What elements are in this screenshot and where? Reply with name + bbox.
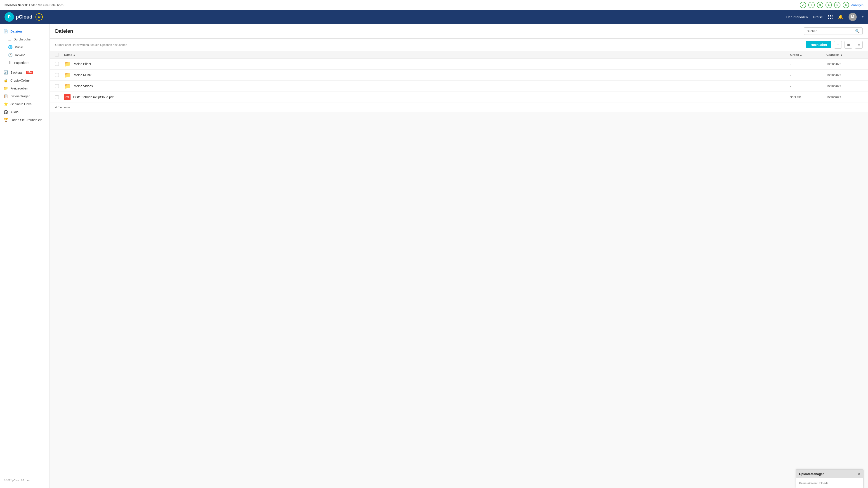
search-input[interactable]	[807, 29, 853, 33]
prices-link[interactable]: Preise	[813, 15, 823, 19]
eu-badge: EU	[35, 13, 43, 21]
table-row[interactable]: PDF Erste Schritte mit pCloud.pdf 33.3 M…	[50, 92, 868, 103]
col-header-name[interactable]: Name ▲	[64, 53, 790, 57]
sidebar-item-gepinnte[interactable]: ⭐ Gepinnte Links	[0, 100, 50, 108]
file-size-1: -	[790, 73, 827, 77]
sidebar-label-dateien: Dateien	[10, 30, 22, 33]
file-date-2: 10/28/2022	[827, 85, 863, 88]
col-header-size[interactable]: Größe ▲	[790, 53, 827, 57]
col-changed-label: Geändert	[827, 53, 839, 57]
table-row[interactable]: 📁 Meine Musik - 10/28/2022	[50, 70, 868, 80]
papierkorb-icon: 🗑	[8, 61, 12, 65]
sidebar-label-freunde: Laden Sie Freunde ein	[10, 118, 42, 122]
backups-icon: 🔄	[4, 70, 8, 74]
sidebar-item-public[interactable]: 🌐 Public	[0, 43, 50, 51]
file-date-1: 10/28/2022	[827, 73, 863, 77]
upload-manager-header: Upload-Manager − ×	[796, 470, 863, 478]
items-count: 4 Elemente	[50, 103, 868, 111]
file-size-2: -	[790, 85, 827, 88]
navbar-right: Herunterladen Preise 🔔 M ▾	[786, 13, 864, 21]
sidebar-item-dateien[interactable]: 📄 Dateien	[0, 27, 50, 35]
sidebar-footer: © 2022 pCloud AG •••	[0, 476, 50, 484]
dateien-icon: 📄	[4, 29, 8, 33]
file-date-0: 10/28/2022	[827, 62, 863, 66]
step-3[interactable]: 3	[817, 2, 823, 8]
step-6[interactable]: 6	[843, 2, 849, 8]
sidebar-item-freigegeben[interactable]: 📁 Freigegeben	[0, 84, 50, 92]
select-all-checkbox[interactable]	[55, 53, 64, 57]
sidebar-item-rewind[interactable]: 🕐 Rewind	[0, 51, 50, 59]
gepinnte-icon: ⭐	[4, 102, 8, 106]
main-layout: 📄 Dateien ☰ Durchsuchen 🌐 Public 🕐 Rewin…	[0, 24, 868, 488]
sidebar-item-backups[interactable]: 🔄 Backups NEW	[0, 68, 50, 76]
navbar: P pCloud EU Herunterladen Preise 🔔 M ▾	[0, 10, 868, 24]
step-1[interactable]	[800, 2, 806, 8]
download-link[interactable]: Herunterladen	[786, 15, 808, 19]
anzeigen-link[interactable]: Anzeigen	[851, 3, 864, 7]
footer-dots[interactable]: •••	[27, 479, 30, 482]
sidebar-label-backups: Backups	[10, 71, 23, 74]
file-name-cell-1: 📁 Meine Musik	[64, 72, 790, 78]
sidebar: 📄 Dateien ☰ Durchsuchen 🌐 Public 🕐 Rewin…	[0, 24, 50, 488]
upload-manager-minimize[interactable]: −	[854, 472, 856, 476]
table-row[interactable]: 📁 Meine Bilder - 10/28/2022	[50, 59, 868, 70]
step-4[interactable]: 4	[826, 2, 832, 8]
sidebar-item-freunde[interactable]: 🏆 Laden Sie Freunde ein	[0, 116, 50, 124]
sort-button[interactable]: ≡	[855, 41, 863, 48]
header-checkbox[interactable]	[55, 53, 59, 57]
row-checkbox-3[interactable]	[55, 95, 59, 99]
row-checkbox-2[interactable]	[55, 84, 59, 88]
sidebar-item-audio[interactable]: 🎧 Audio	[0, 108, 50, 116]
rewind-icon: 🕐	[8, 53, 13, 57]
step-2[interactable]: 2	[808, 2, 815, 8]
avatar[interactable]: M	[848, 13, 857, 21]
file-name-1: Meine Musik	[74, 73, 92, 77]
sidebar-label-crypto: Crypto-Ordner	[10, 78, 31, 82]
sidebar-label-durchsuchen: Durchsuchen	[13, 37, 32, 41]
next-step-label: Nächster Schritt:	[4, 3, 28, 7]
public-icon: 🌐	[8, 45, 13, 49]
col-name-arrow: ▲	[73, 54, 75, 56]
sidebar-label-freigegeben: Freigegeben	[10, 87, 28, 90]
logo-area[interactable]: P pCloud EU	[4, 12, 786, 22]
sidebar-label-audio: Audio	[10, 110, 19, 114]
sidebar-item-papierkorb[interactable]: 🗑 Papierkorb	[0, 59, 50, 67]
logo-text: pCloud	[16, 14, 32, 20]
upload-manager-title: Upload-Manager	[799, 472, 824, 476]
upload-manager-close[interactable]: ×	[858, 472, 860, 476]
file-name-2: Meine Videos	[74, 84, 93, 88]
upload-button[interactable]: Hochladen	[806, 41, 831, 48]
content-header: Dateien 🔍	[50, 24, 868, 39]
col-name-label: Name	[64, 53, 72, 57]
folder-icon-0: 📁	[64, 61, 71, 67]
file-size-3: 33.3 MB	[790, 96, 827, 99]
sidebar-item-dateianfragen[interactable]: 📋 Dateianfragen	[0, 92, 50, 100]
table-header: Name ▲ Größe ▲ Geändert ▲	[50, 51, 868, 59]
freigegeben-icon: 📁	[4, 86, 8, 90]
sidebar-label-dateianfragen: Dateianfragen	[10, 94, 30, 98]
sidebar-item-crypto[interactable]: 🔒 Crypto-Ordner	[0, 76, 50, 84]
table-row[interactable]: 📁 Meine Videos - 10/28/2022	[50, 80, 868, 92]
logo-icon[interactable]: P	[4, 12, 14, 22]
new-folder-button[interactable]: ＋	[834, 41, 842, 48]
avatar-dropdown-icon[interactable]: ▾	[862, 15, 864, 19]
sidebar-item-durchsuchen[interactable]: ☰ Durchsuchen	[0, 35, 50, 43]
upload-manager-body: Keine aktiven Uploads.	[796, 478, 863, 488]
content-area: Dateien 🔍 Ordner oder Datei wählen, um d…	[50, 24, 868, 488]
step-5[interactable]: 5	[834, 2, 840, 8]
apps-grid-icon[interactable]	[828, 15, 833, 19]
file-date-3: 10/28/2022	[827, 96, 863, 99]
sidebar-label-rewind: Rewind	[15, 53, 26, 57]
durchsuchen-icon: ☰	[8, 37, 11, 41]
row-checkbox-1[interactable]	[55, 73, 59, 77]
col-header-changed[interactable]: Geändert ▲	[827, 53, 863, 57]
sidebar-label-gepinnte: Gepinnte Links	[10, 102, 31, 106]
pdf-icon: PDF	[64, 94, 70, 100]
audio-icon: 🎧	[4, 110, 8, 114]
col-size-arrow: ▲	[800, 54, 802, 56]
bell-icon[interactable]: 🔔	[838, 14, 843, 20]
row-checkbox-0[interactable]	[55, 62, 59, 66]
top-banner: Nächster Schritt: Laden Sie eine Datei h…	[0, 0, 868, 10]
search-bar[interactable]: 🔍	[804, 27, 863, 35]
grid-view-button[interactable]: ⊞	[844, 41, 852, 48]
